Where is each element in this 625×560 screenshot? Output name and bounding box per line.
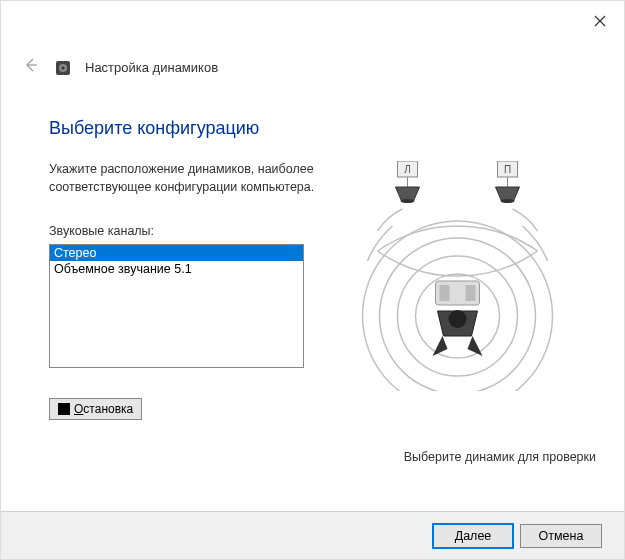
page-title: Выберите конфигурацию (49, 118, 576, 139)
channel-item-stereo[interactable]: Стерео (50, 245, 303, 261)
channel-item-surround[interactable]: Объемное звучание 5.1 (50, 261, 303, 277)
back-button[interactable] (21, 57, 41, 78)
right-speaker-icon[interactable]: П (496, 161, 520, 203)
speaker-icon (53, 58, 73, 78)
svg-point-18 (449, 310, 467, 328)
next-button[interactable]: Далее (432, 523, 514, 549)
svg-rect-17 (466, 285, 476, 301)
window-title: Настройка динамиков (85, 60, 218, 75)
listener-icon (433, 281, 483, 356)
close-button[interactable] (588, 9, 612, 33)
header-row: Настройка динамиков (1, 41, 624, 78)
cancel-button[interactable]: Отмена (520, 524, 602, 548)
left-speaker-icon[interactable]: Л (396, 161, 420, 203)
svg-point-3 (363, 221, 553, 391)
back-arrow-icon (23, 57, 39, 73)
footer: Далее Отмена (1, 511, 624, 559)
titlebar (1, 1, 624, 41)
svg-text:П: П (504, 164, 511, 175)
svg-text:Л: Л (404, 164, 411, 175)
channels-label: Звуковые каналы: (49, 224, 319, 238)
description-text: Укажите расположение динамиков, наиболее… (49, 161, 319, 196)
instruction-text: Выберите динамик для проверки (1, 420, 624, 464)
svg-point-10 (401, 199, 415, 203)
speaker-diagram: Л П (339, 161, 576, 391)
svg-point-2 (62, 66, 65, 69)
channels-listbox[interactable]: Стерео Объемное звучание 5.1 (49, 244, 304, 368)
content-area: Выберите конфигурацию Укажите расположен… (1, 78, 624, 420)
close-icon (594, 15, 606, 27)
next-button-label: Далее (455, 529, 492, 543)
svg-rect-16 (440, 285, 450, 301)
stop-button-label: Остановка (74, 402, 133, 416)
stop-button[interactable]: Остановка (49, 398, 142, 420)
stop-icon (58, 403, 70, 415)
svg-point-14 (501, 199, 515, 203)
